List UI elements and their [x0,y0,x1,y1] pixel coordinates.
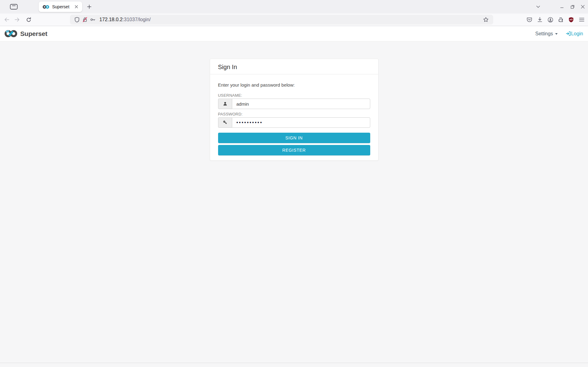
sign-in-button[interactable]: SIGN IN [218,133,370,143]
signin-arrow-icon [566,31,571,36]
back-button[interactable] [2,15,12,25]
browser-tab[interactable]: Superset [39,2,82,12]
tab-title: Superset [52,4,73,9]
infinity-logo [4,29,18,38]
instruction-text: Enter your login and password below: [218,82,370,88]
insecure-connection-button[interactable] [81,16,89,24]
navbar-right: Settings Login [535,31,583,37]
pocket-icon [527,17,532,22]
menu-icon [579,18,584,22]
url-domain: 172.18.0.2 [99,17,123,22]
chevron-down-icon [536,6,540,8]
settings-label: Settings [535,31,553,37]
password-key-icon [223,120,228,125]
user-icon [223,101,228,106]
ublock-button[interactable]: uO [566,15,576,25]
card-body: Enter your login and password below: USE… [210,74,378,160]
downloads-button[interactable] [535,15,545,25]
saved-login-button[interactable] [89,16,97,24]
password-addon [218,117,232,128]
browser-tab-strip: Superset [0,0,588,14]
account-button[interactable] [545,15,555,25]
reload-icon [26,17,31,22]
settings-menu[interactable]: Settings [535,31,558,37]
username-label: USERNAME: [218,93,370,98]
page-footer [0,363,588,367]
card-title: Sign In [210,59,378,74]
minimize-button[interactable] [557,2,567,11]
account-icon [548,17,553,23]
register-button[interactable]: REGISTER [218,145,370,155]
password-label: PASSWORD: [218,112,370,116]
key-icon [90,17,96,22]
url-path: :31037/login/ [123,17,151,22]
bookmark-star-icon [483,17,489,22]
reload-button[interactable] [24,15,33,25]
caret-down-icon [555,33,558,35]
password-group [218,117,370,128]
username-input[interactable] [232,99,370,109]
menu-button[interactable] [576,15,587,25]
page-background: Sign In Enter your login and password be… [0,41,588,363]
firefox-view-icon [10,4,18,10]
superset-logo[interactable]: Superset [4,29,47,38]
back-icon [4,17,10,22]
window-close-icon [581,5,585,9]
firefox-view-button[interactable] [8,2,20,11]
restore-button[interactable] [567,2,578,11]
toolbar-actions: uO [524,15,587,25]
extensions-button[interactable] [555,15,566,25]
login-label: Login [571,31,583,37]
sign-in-card: Sign In Enter your login and password be… [210,59,379,161]
download-icon [537,17,543,22]
insecure-lock-icon [82,17,88,22]
bookmark-button[interactable] [482,15,490,24]
url-bar[interactable]: 172.18.0.2:31037/login/ [70,15,493,25]
window-controls [533,0,588,14]
url-text: 172.18.0.2:31037/login/ [99,17,482,22]
password-input[interactable] [232,117,370,128]
superset-navbar: Superset Settings Login [0,26,588,41]
restore-icon [571,5,575,9]
username-group [218,99,370,109]
forward-button[interactable] [12,15,22,25]
close-tab-button[interactable] [73,3,80,10]
superset-favicon [42,5,50,9]
brand-name: Superset [20,30,47,37]
window-close-button[interactable] [578,2,588,11]
username-addon [218,99,232,109]
ublock-letters: uO [570,18,573,20]
minimize-icon [560,5,564,9]
pocket-button[interactable] [524,15,535,25]
tab-list-button[interactable] [533,2,543,11]
shield-icon [74,17,80,23]
extensions-icon [558,17,563,22]
login-link[interactable]: Login [566,31,583,37]
browser-toolbar: 172.18.0.2:31037/login/ [0,14,588,26]
ublock-icon: uO [568,17,574,23]
new-tab-button[interactable] [85,2,94,11]
plus-icon [87,5,91,9]
tracking-shield-button[interactable] [73,16,81,24]
forward-icon [14,17,20,22]
close-icon [75,5,78,8]
